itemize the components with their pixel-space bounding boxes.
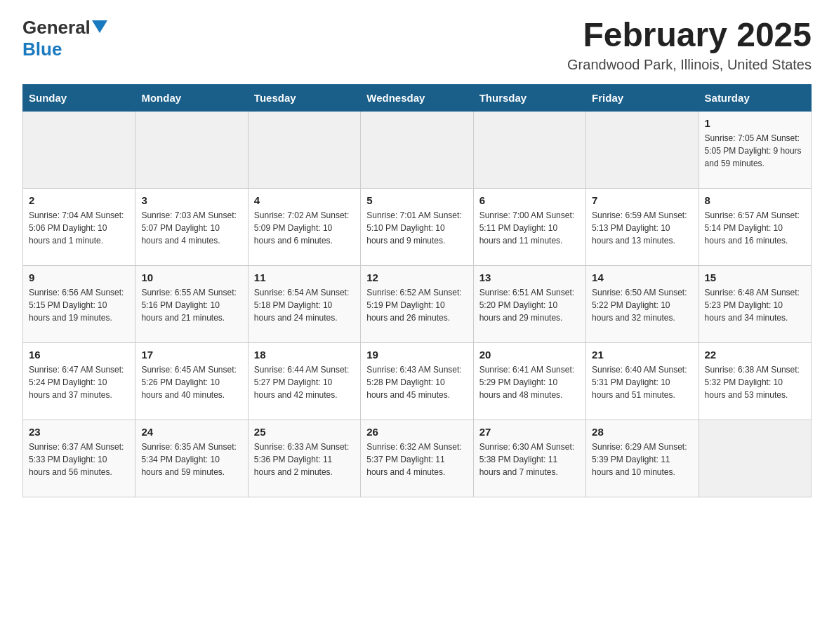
calendar-cell: 23Sunrise: 6:37 AM Sunset: 5:33 PM Dayli…: [23, 420, 135, 497]
logo-arrow-icon: [92, 20, 107, 33]
calendar-cell: 15Sunrise: 6:48 AM Sunset: 5:23 PM Dayli…: [699, 265, 811, 342]
calendar-cell: 12Sunrise: 6:52 AM Sunset: 5:19 PM Dayli…: [361, 265, 473, 342]
day-info: Sunrise: 6:48 AM Sunset: 5:23 PM Dayligh…: [705, 286, 805, 324]
day-info: Sunrise: 6:40 AM Sunset: 5:31 PM Dayligh…: [592, 363, 692, 401]
day-info: Sunrise: 6:52 AM Sunset: 5:19 PM Dayligh…: [366, 286, 467, 324]
day-number: 15: [705, 271, 805, 283]
calendar-cell: 11Sunrise: 6:54 AM Sunset: 5:18 PM Dayli…: [248, 265, 360, 342]
day-info: Sunrise: 7:00 AM Sunset: 5:11 PM Dayligh…: [479, 209, 580, 247]
day-info: Sunrise: 6:50 AM Sunset: 5:22 PM Dayligh…: [592, 286, 692, 324]
calendar-cell: 24Sunrise: 6:35 AM Sunset: 5:34 PM Dayli…: [135, 420, 248, 497]
day-info: Sunrise: 6:43 AM Sunset: 5:28 PM Dayligh…: [366, 363, 467, 401]
day-number: 21: [592, 349, 692, 361]
calendar-header-row: SundayMondayTuesdayWednesdayThursdayFrid…: [23, 84, 812, 111]
day-number: 24: [141, 426, 241, 438]
page-header: General Blue February 2025 Grandwood Par…: [22, 17, 812, 73]
calendar-cell: 27Sunrise: 6:30 AM Sunset: 5:38 PM Dayli…: [473, 420, 585, 497]
day-number: 3: [141, 194, 241, 206]
day-number: 5: [366, 194, 467, 206]
day-info: Sunrise: 6:59 AM Sunset: 5:13 PM Dayligh…: [592, 209, 692, 247]
calendar-cell: [23, 111, 135, 188]
day-info: Sunrise: 7:01 AM Sunset: 5:10 PM Dayligh…: [366, 209, 467, 247]
calendar-cell: 3Sunrise: 7:03 AM Sunset: 5:07 PM Daylig…: [135, 188, 248, 265]
calendar-cell: [248, 111, 360, 188]
calendar-cell: 25Sunrise: 6:33 AM Sunset: 5:36 PM Dayli…: [248, 420, 360, 497]
day-number: 2: [29, 194, 129, 206]
calendar-header-saturday: Saturday: [699, 84, 811, 111]
calendar-cell: 26Sunrise: 6:32 AM Sunset: 5:37 PM Dayli…: [361, 420, 473, 497]
day-number: 27: [479, 426, 580, 438]
day-number: 13: [479, 271, 580, 283]
calendar-cell: 13Sunrise: 6:51 AM Sunset: 5:20 PM Dayli…: [473, 265, 585, 342]
day-number: 14: [592, 271, 692, 283]
calendar-week-row: 23Sunrise: 6:37 AM Sunset: 5:33 PM Dayli…: [23, 420, 812, 497]
calendar-cell: 14Sunrise: 6:50 AM Sunset: 5:22 PM Dayli…: [586, 265, 699, 342]
day-info: Sunrise: 6:51 AM Sunset: 5:20 PM Dayligh…: [479, 286, 580, 324]
day-number: 11: [254, 271, 355, 283]
day-number: 12: [366, 271, 467, 283]
day-number: 9: [29, 271, 129, 283]
day-number: 10: [141, 271, 241, 283]
day-number: 6: [479, 194, 580, 206]
calendar-week-row: 2Sunrise: 7:04 AM Sunset: 5:06 PM Daylig…: [23, 188, 812, 265]
calendar-cell: 21Sunrise: 6:40 AM Sunset: 5:31 PM Dayli…: [586, 342, 699, 420]
day-info: Sunrise: 7:05 AM Sunset: 5:05 PM Dayligh…: [705, 132, 805, 170]
calendar-cell: 8Sunrise: 6:57 AM Sunset: 5:14 PM Daylig…: [699, 188, 811, 265]
day-info: Sunrise: 7:04 AM Sunset: 5:06 PM Dayligh…: [29, 209, 129, 247]
calendar-cell: 6Sunrise: 7:00 AM Sunset: 5:11 PM Daylig…: [473, 188, 585, 265]
day-number: 26: [366, 426, 467, 438]
day-number: 22: [705, 349, 805, 361]
calendar-header-friday: Friday: [586, 84, 699, 111]
calendar-header-sunday: Sunday: [23, 84, 135, 111]
calendar-header-thursday: Thursday: [473, 84, 585, 111]
calendar-cell: [473, 111, 585, 188]
title-block: February 2025 Grandwood Park, Illinois, …: [567, 17, 812, 73]
calendar-week-row: 9Sunrise: 6:56 AM Sunset: 5:15 PM Daylig…: [23, 265, 812, 342]
calendar-cell: [699, 420, 811, 497]
day-info: Sunrise: 6:55 AM Sunset: 5:16 PM Dayligh…: [141, 286, 241, 324]
calendar-cell: 9Sunrise: 6:56 AM Sunset: 5:15 PM Daylig…: [23, 265, 135, 342]
day-number: 23: [29, 426, 129, 438]
logo-general: General: [22, 17, 91, 39]
day-info: Sunrise: 6:57 AM Sunset: 5:14 PM Dayligh…: [705, 209, 805, 247]
svg-marker-0: [92, 20, 107, 33]
calendar-week-row: 1Sunrise: 7:05 AM Sunset: 5:05 PM Daylig…: [23, 111, 812, 188]
calendar-cell: 5Sunrise: 7:01 AM Sunset: 5:10 PM Daylig…: [361, 188, 473, 265]
day-info: Sunrise: 7:02 AM Sunset: 5:09 PM Dayligh…: [254, 209, 355, 247]
day-info: Sunrise: 6:30 AM Sunset: 5:38 PM Dayligh…: [479, 441, 580, 478]
day-number: 18: [254, 349, 355, 361]
day-info: Sunrise: 6:41 AM Sunset: 5:29 PM Dayligh…: [479, 363, 580, 401]
calendar-cell: 22Sunrise: 6:38 AM Sunset: 5:32 PM Dayli…: [699, 342, 811, 420]
day-info: Sunrise: 6:33 AM Sunset: 5:36 PM Dayligh…: [254, 441, 355, 478]
day-info: Sunrise: 6:45 AM Sunset: 5:26 PM Dayligh…: [141, 363, 241, 401]
calendar-header-monday: Monday: [135, 84, 248, 111]
day-number: 16: [29, 349, 129, 361]
calendar-cell: [586, 111, 699, 188]
calendar-header-wednesday: Wednesday: [361, 84, 473, 111]
calendar-cell: 16Sunrise: 6:47 AM Sunset: 5:24 PM Dayli…: [23, 342, 135, 420]
day-info: Sunrise: 6:56 AM Sunset: 5:15 PM Dayligh…: [29, 286, 129, 324]
calendar-cell: 19Sunrise: 6:43 AM Sunset: 5:28 PM Dayli…: [361, 342, 473, 420]
day-number: 8: [705, 194, 805, 206]
calendar-cell: [361, 111, 473, 188]
day-info: Sunrise: 6:44 AM Sunset: 5:27 PM Dayligh…: [254, 363, 355, 401]
calendar-cell: [135, 111, 248, 188]
calendar-cell: 20Sunrise: 6:41 AM Sunset: 5:29 PM Dayli…: [473, 342, 585, 420]
calendar-cell: 7Sunrise: 6:59 AM Sunset: 5:13 PM Daylig…: [586, 188, 699, 265]
day-info: Sunrise: 6:29 AM Sunset: 5:39 PM Dayligh…: [592, 441, 692, 478]
day-info: Sunrise: 7:03 AM Sunset: 5:07 PM Dayligh…: [141, 209, 241, 247]
day-info: Sunrise: 6:32 AM Sunset: 5:37 PM Dayligh…: [366, 441, 467, 478]
day-info: Sunrise: 6:47 AM Sunset: 5:24 PM Dayligh…: [29, 363, 129, 401]
day-number: 28: [592, 426, 692, 438]
calendar-cell: 2Sunrise: 7:04 AM Sunset: 5:06 PM Daylig…: [23, 188, 135, 265]
calendar-cell: 18Sunrise: 6:44 AM Sunset: 5:27 PM Dayli…: [248, 342, 360, 420]
calendar-header-tuesday: Tuesday: [248, 84, 360, 111]
day-number: 7: [592, 194, 692, 206]
logo: General Blue: [22, 17, 107, 60]
calendar-cell: 1Sunrise: 7:05 AM Sunset: 5:05 PM Daylig…: [699, 111, 811, 188]
day-info: Sunrise: 6:37 AM Sunset: 5:33 PM Dayligh…: [29, 441, 129, 478]
day-info: Sunrise: 6:54 AM Sunset: 5:18 PM Dayligh…: [254, 286, 355, 324]
day-info: Sunrise: 6:35 AM Sunset: 5:34 PM Dayligh…: [141, 441, 241, 478]
calendar-table: SundayMondayTuesdayWednesdayThursdayFrid…: [22, 84, 812, 497]
page-title: February 2025: [567, 17, 812, 54]
